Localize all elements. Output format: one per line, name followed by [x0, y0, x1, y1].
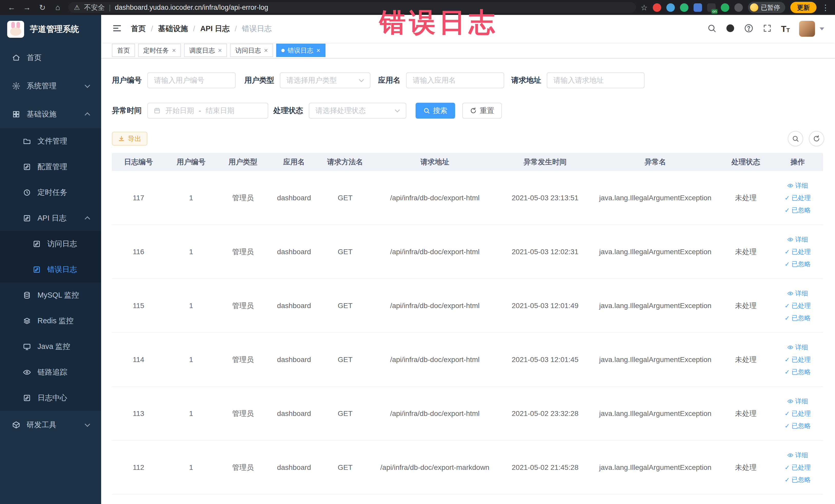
user-type-select[interactable]: 请选择用户类型 [280, 73, 370, 88]
sidebar-item-home[interactable]: 首页 [0, 44, 101, 72]
close-icon[interactable]: × [264, 47, 268, 54]
ignored-link[interactable]: ✓已忽略 [785, 314, 811, 322]
fullscreen-icon[interactable] [762, 24, 772, 34]
home-icon[interactable]: ⌂ [52, 2, 64, 13]
back-icon[interactable]: ← [6, 2, 18, 13]
extension-icon[interactable] [694, 3, 702, 12]
processed-link[interactable]: ✓已处理 [785, 355, 811, 364]
bookmark-star-icon[interactable]: ☆ [641, 3, 648, 12]
status-text: 未处理 [719, 409, 772, 419]
extension-icon[interactable] [680, 3, 688, 12]
top-navbar: 首页 / 基础设施 / API 日志 / 错误日志 TT [101, 15, 835, 43]
tab-scheduled-jobs[interactable]: 定时任务 × [138, 44, 181, 57]
extension-icon[interactable] [653, 3, 661, 12]
refresh-button[interactable] [809, 131, 824, 146]
ignored-link[interactable]: ✓已忽略 [785, 476, 811, 484]
search-button[interactable]: 搜索 [415, 103, 455, 119]
close-icon[interactable]: × [172, 47, 176, 54]
tab-access-log[interactable]: 访问日志 × [230, 44, 273, 57]
tab-home[interactable]: 首页 [112, 44, 135, 57]
detail-link[interactable]: 详细 [787, 289, 808, 298]
extension-icon[interactable] [734, 3, 743, 12]
search-icon[interactable] [707, 24, 716, 34]
user-type-label: 用户类型 [244, 75, 274, 85]
search-toggle-button[interactable] [788, 131, 803, 146]
forward-icon[interactable]: → [21, 2, 33, 13]
breadcrumb-item[interactable]: 基础设施 [158, 24, 188, 34]
app-name-input[interactable] [406, 73, 504, 88]
detail-link[interactable]: 详细 [787, 235, 808, 244]
eye-icon [787, 344, 793, 350]
caret-down-icon[interactable] [820, 27, 824, 30]
processed-link[interactable]: ✓已处理 [785, 194, 811, 202]
reset-button[interactable]: 重置 [462, 103, 502, 119]
export-button[interactable]: 导出 [112, 132, 147, 146]
table-row: 117 1 管理员 dashboard GET /api/infra/db-do… [112, 171, 823, 225]
sidebar-item-label: 首页 [27, 53, 42, 63]
sidebar-item-error-log[interactable]: 错误日志 [0, 257, 101, 282]
request-url-input[interactable] [547, 73, 645, 88]
user-id-input[interactable] [147, 73, 236, 88]
sidebar-item-dev-tools[interactable]: 研发工具 [0, 411, 101, 439]
processed-link[interactable]: ✓已处理 [785, 409, 811, 418]
detail-link[interactable]: 详细 [787, 451, 808, 459]
github-icon[interactable] [726, 24, 735, 34]
sidebar-item-system-mgmt[interactable]: 系统管理 [0, 72, 101, 100]
emoji-icon [750, 3, 758, 12]
close-icon[interactable]: × [317, 47, 320, 54]
request-url-label: 请求地址 [511, 75, 541, 85]
extension-icon[interactable]: on [707, 3, 716, 12]
sidebar-item-scheduled-jobs[interactable]: 定时任务 [0, 180, 101, 205]
tab-schedule-log[interactable]: 调度日志 × [184, 44, 227, 57]
chevron-up-icon [85, 112, 90, 118]
process-status-select[interactable]: 请选择处理状态 [309, 103, 406, 119]
sidebar-item-mysql-monitor[interactable]: MySQL 监控 [0, 282, 101, 308]
active-dot [281, 49, 285, 52]
reload-icon[interactable]: ↻ [37, 2, 48, 13]
download-icon [118, 135, 125, 142]
sidebar-item-label: Java 监控 [38, 341, 70, 352]
sidebar-item-log-center[interactable]: 日志中心 [0, 385, 101, 411]
ignored-link[interactable]: ✓已忽略 [785, 368, 811, 376]
sidebar-item-java-monitor[interactable]: Java 监控 [0, 334, 101, 360]
ignored-link[interactable]: ✓已忽略 [785, 206, 811, 215]
detail-link[interactable]: 详细 [787, 181, 808, 190]
tab-error-log[interactable]: 错误日志 × [276, 44, 325, 57]
sidebar-logo[interactable]: 芋道管理系统 [0, 15, 101, 44]
help-icon[interactable] [744, 24, 753, 34]
detail-link[interactable]: 详细 [787, 397, 808, 405]
table-row: 113 1 管理员 dashboard GET /api/infra/db-do… [112, 387, 823, 441]
browser-menu-icon[interactable]: ⋮ [822, 3, 829, 12]
sidebar-toggle-icon[interactable] [112, 23, 122, 35]
extension-icon[interactable] [666, 3, 675, 12]
sidebar: 芋道管理系统 首页 系统管理 基础设施 文件管理 [0, 15, 101, 504]
sidebar-item-access-log[interactable]: 访问日志 [0, 231, 101, 257]
processed-link[interactable]: ✓已处理 [785, 463, 811, 472]
status-text: 未处理 [719, 355, 772, 365]
sidebar-item-file-mgmt[interactable]: 文件管理 [0, 128, 101, 154]
chevron-down-icon [359, 77, 364, 82]
breadcrumb-item[interactable]: API 日志 [200, 24, 229, 34]
close-icon[interactable]: × [218, 47, 222, 54]
avatar[interactable] [799, 21, 815, 37]
update-button[interactable]: 更新 [790, 2, 816, 13]
date-range-picker[interactable]: 开始日期 - 结束日期 [147, 103, 268, 119]
sidebar-item-infrastructure[interactable]: 基础设施 [0, 100, 101, 128]
ignored-link[interactable]: ✓已忽略 [785, 260, 811, 268]
sidebar-item-api-logs[interactable]: API 日志 [0, 205, 101, 231]
font-size-icon[interactable]: TT [781, 24, 790, 33]
check-icon: ✓ [785, 477, 790, 483]
paused-button[interactable]: 已暂停 [748, 2, 785, 13]
sidebar-item-trace[interactable]: 链路追踪 [0, 360, 101, 385]
processed-link[interactable]: ✓已处理 [785, 247, 811, 256]
sidebar-item-label: 配置管理 [38, 162, 67, 172]
extension-badge: on [711, 9, 718, 14]
breadcrumb-item[interactable]: 首页 [131, 24, 146, 34]
extension-icon[interactable] [721, 3, 729, 12]
processed-link[interactable]: ✓已处理 [785, 301, 811, 310]
detail-link[interactable]: 详细 [787, 343, 808, 351]
sidebar-item-redis-monitor[interactable]: Redis 监控 [0, 308, 101, 334]
sidebar-item-config-mgmt[interactable]: 配置管理 [0, 154, 101, 180]
ignored-link[interactable]: ✓已忽略 [785, 422, 811, 430]
address-bar[interactable]: ⚠ 不安全 | dashboard.yudao.iocoder.cn/infra… [68, 2, 636, 13]
